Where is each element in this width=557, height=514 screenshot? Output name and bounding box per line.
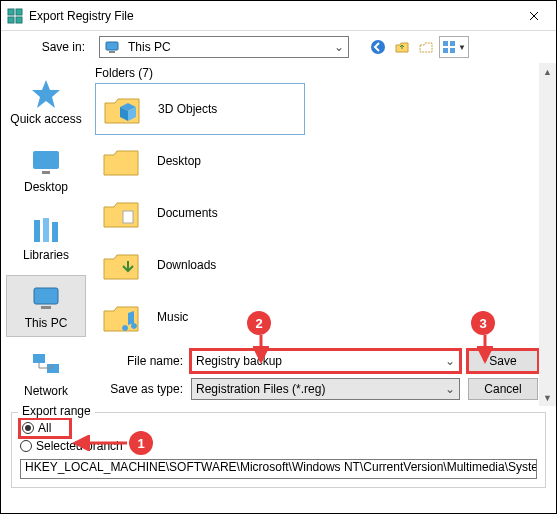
folder-icon (101, 193, 141, 233)
folder-3dobjects-icon (102, 89, 142, 129)
radio-selected-branch[interactable]: Selected branch (20, 437, 537, 455)
thispc-icon (30, 282, 62, 314)
window-title: Export Registry File (29, 9, 511, 23)
scrollbar[interactable]: ▲ ▼ (539, 63, 556, 406)
saveastype-combo[interactable]: Registration Files (*.reg) ⌄ (191, 378, 460, 400)
back-icon (370, 39, 386, 55)
up-button[interactable] (391, 36, 413, 58)
place-label: Network (24, 384, 68, 398)
annotation-badge-2: 2 (247, 311, 271, 335)
radio-selected-label: Selected branch (36, 439, 123, 453)
svg-rect-3 (16, 17, 22, 23)
radio-icon (22, 422, 34, 434)
radio-all-label: All (38, 421, 51, 435)
place-label: Quick access (10, 112, 81, 126)
svg-rect-12 (33, 151, 59, 169)
savein-value: This PC (124, 40, 330, 54)
chevron-down-icon: ⌄ (330, 40, 348, 54)
cancel-button[interactable]: Cancel (468, 378, 538, 400)
close-icon (529, 11, 539, 21)
svg-rect-17 (34, 288, 58, 304)
saveastype-value: Registration Files (*.reg) (192, 382, 441, 396)
scroll-up-icon[interactable]: ▲ (539, 63, 556, 80)
save-button[interactable]: Save (468, 350, 538, 372)
place-label: This PC (25, 316, 68, 330)
place-this-pc[interactable]: This PC (6, 275, 86, 337)
places-bar: Quick access Desktop Libraries This PC N… (1, 63, 91, 406)
svg-rect-9 (443, 48, 448, 53)
svg-rect-2 (8, 17, 14, 23)
export-range-group: Export range All Selected branch HKEY_LO… (11, 412, 546, 488)
svg-rect-1 (16, 9, 22, 15)
views-menu[interactable]: ▼ (439, 36, 469, 58)
back-button[interactable] (367, 36, 389, 58)
svg-rect-16 (52, 222, 58, 242)
chevron-down-icon: ▼ (458, 43, 466, 52)
svg-rect-15 (43, 218, 49, 242)
scroll-down-icon[interactable]: ▼ (539, 389, 556, 406)
folder-icon (101, 141, 141, 181)
svg-rect-24 (123, 211, 133, 223)
svg-rect-18 (41, 306, 51, 309)
folder-item[interactable]: 3D Objects (95, 83, 305, 135)
svg-rect-13 (42, 171, 50, 174)
svg-point-6 (371, 40, 385, 54)
folder-name: Music (157, 310, 188, 324)
svg-rect-14 (34, 220, 40, 242)
folder-list[interactable]: 3D Objects Desktop Documents Downloads M… (91, 83, 548, 347)
export-range-title: Export range (18, 404, 95, 418)
folder-name: Desktop (157, 154, 201, 168)
svg-rect-8 (450, 41, 455, 46)
chevron-down-icon: ⌄ (441, 354, 459, 368)
savein-combo[interactable]: This PC ⌄ (99, 36, 349, 58)
place-network[interactable]: Network (6, 343, 86, 405)
place-quick-access[interactable]: Quick access (6, 71, 86, 133)
place-label: Desktop (24, 180, 68, 194)
new-folder-icon (418, 39, 434, 55)
svg-rect-10 (450, 48, 455, 53)
filename-label: File name: (101, 354, 183, 368)
svg-marker-11 (32, 80, 60, 108)
views-icon (442, 40, 456, 54)
thispc-small-icon (104, 39, 120, 55)
new-folder-button[interactable] (415, 36, 437, 58)
place-label: Libraries (23, 248, 69, 262)
svg-rect-0 (8, 9, 14, 15)
up-folder-icon (394, 39, 410, 55)
libraries-icon (30, 214, 62, 246)
branch-path-input[interactable]: HKEY_LOCAL_MACHINE\SOFTWARE\Microsoft\Wi… (20, 459, 537, 479)
svg-rect-7 (443, 41, 448, 46)
folders-group-header[interactable]: Folders (7) (91, 63, 548, 83)
close-button[interactable] (511, 1, 556, 31)
filename-value: Registry backup (192, 354, 441, 368)
place-libraries[interactable]: Libraries (6, 207, 86, 269)
regedit-icon (7, 8, 23, 24)
svg-rect-5 (109, 51, 115, 53)
folder-icon (101, 245, 141, 285)
annotation-badge-1: 1 (129, 431, 153, 455)
folder-name: Documents (157, 206, 218, 220)
desktop-icon (30, 146, 62, 178)
folder-item[interactable]: Documents (95, 187, 548, 239)
saveastype-label: Save as type: (101, 382, 183, 396)
quick-access-icon (30, 78, 62, 110)
filename-input[interactable]: Registry backup ⌄ (191, 350, 460, 372)
savein-label: Save in: (11, 40, 93, 54)
folder-item[interactable]: Desktop (95, 135, 548, 187)
svg-rect-19 (33, 354, 45, 363)
folder-item[interactable]: Downloads (95, 239, 548, 291)
chevron-down-icon: ⌄ (441, 382, 459, 396)
folder-name: 3D Objects (158, 102, 217, 116)
radio-icon (20, 440, 32, 452)
folder-music-icon (101, 297, 141, 337)
place-desktop[interactable]: Desktop (6, 139, 86, 201)
svg-rect-4 (106, 42, 118, 50)
annotation-badge-3: 3 (471, 311, 495, 335)
radio-all[interactable]: All (20, 419, 70, 437)
network-icon (30, 350, 62, 382)
folder-name: Downloads (157, 258, 216, 272)
